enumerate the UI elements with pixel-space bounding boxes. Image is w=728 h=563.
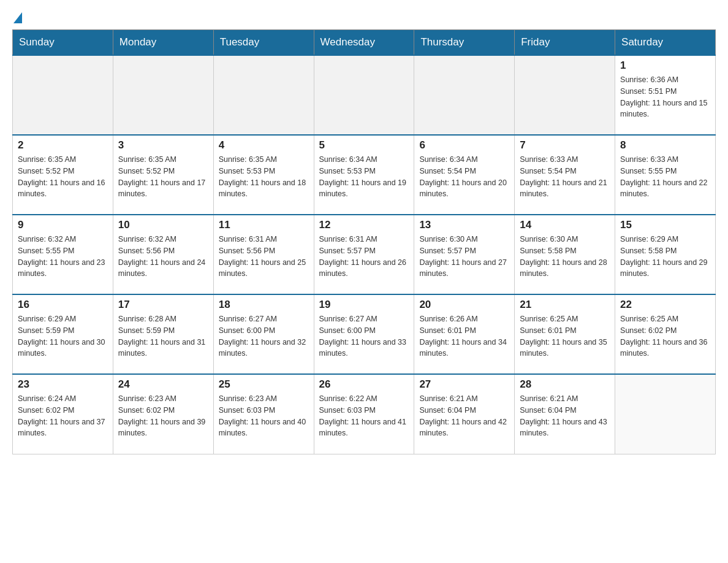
- day-number: 15: [620, 219, 710, 231]
- day-info: Sunrise: 6:32 AM Sunset: 5:55 PM Dayligh…: [18, 234, 108, 280]
- calendar-cell: 5Sunrise: 6:34 AM Sunset: 5:53 PM Daylig…: [314, 135, 414, 215]
- calendar-cell: 7Sunrise: 6:33 AM Sunset: 5:54 PM Daylig…: [515, 135, 615, 215]
- day-number: 5: [319, 139, 409, 151]
- weekday-header-monday: Monday: [113, 30, 213, 56]
- day-number: 28: [520, 378, 610, 391]
- calendar-cell: [414, 55, 515, 135]
- day-info: Sunrise: 6:21 AM Sunset: 6:04 PM Dayligh…: [520, 393, 610, 439]
- calendar-cell: 20Sunrise: 6:26 AM Sunset: 6:01 PM Dayli…: [414, 294, 515, 374]
- day-number: 13: [419, 219, 509, 231]
- calendar-cell: 23Sunrise: 6:24 AM Sunset: 6:02 PM Dayli…: [13, 374, 113, 454]
- day-info: Sunrise: 6:24 AM Sunset: 6:02 PM Dayligh…: [18, 393, 108, 439]
- day-info: Sunrise: 6:26 AM Sunset: 6:01 PM Dayligh…: [419, 313, 509, 359]
- day-number: 4: [219, 139, 309, 151]
- calendar-cell: 28Sunrise: 6:21 AM Sunset: 6:04 PM Dayli…: [515, 374, 615, 454]
- calendar-cell: [13, 55, 113, 135]
- day-number: 12: [319, 219, 409, 231]
- day-info: Sunrise: 6:35 AM Sunset: 5:52 PM Dayligh…: [18, 154, 108, 200]
- day-info: Sunrise: 6:25 AM Sunset: 6:02 PM Dayligh…: [620, 313, 710, 359]
- weekday-header-wednesday: Wednesday: [314, 30, 414, 56]
- calendar-week-row: 1Sunrise: 6:36 AM Sunset: 5:51 PM Daylig…: [13, 55, 716, 135]
- calendar-cell: 15Sunrise: 6:29 AM Sunset: 5:58 PM Dayli…: [615, 215, 716, 294]
- calendar-cell: 22Sunrise: 6:25 AM Sunset: 6:02 PM Dayli…: [615, 294, 716, 374]
- calendar-cell: 24Sunrise: 6:23 AM Sunset: 6:02 PM Dayli…: [113, 374, 213, 454]
- calendar-header-row: SundayMondayTuesdayWednesdayThursdayFrid…: [13, 30, 716, 56]
- calendar-cell: 11Sunrise: 6:31 AM Sunset: 5:56 PM Dayli…: [213, 215, 314, 294]
- calendar-week-row: 23Sunrise: 6:24 AM Sunset: 6:02 PM Dayli…: [13, 374, 716, 454]
- day-info: Sunrise: 6:35 AM Sunset: 5:52 PM Dayligh…: [118, 154, 208, 200]
- day-info: Sunrise: 6:29 AM Sunset: 5:58 PM Dayligh…: [620, 234, 710, 280]
- day-number: 3: [118, 139, 208, 151]
- weekday-header-thursday: Thursday: [414, 30, 515, 56]
- calendar-cell: 16Sunrise: 6:29 AM Sunset: 5:59 PM Dayli…: [13, 294, 113, 374]
- day-number: 23: [18, 378, 108, 391]
- day-info: Sunrise: 6:36 AM Sunset: 5:51 PM Dayligh…: [620, 74, 710, 120]
- weekday-header-saturday: Saturday: [615, 30, 716, 56]
- calendar-cell: 6Sunrise: 6:34 AM Sunset: 5:54 PM Daylig…: [414, 135, 515, 215]
- day-number: 14: [520, 219, 610, 231]
- day-number: 18: [219, 299, 309, 311]
- day-info: Sunrise: 6:31 AM Sunset: 5:56 PM Dayligh…: [219, 234, 309, 280]
- day-number: 26: [319, 378, 409, 391]
- day-info: Sunrise: 6:21 AM Sunset: 6:04 PM Dayligh…: [419, 393, 509, 439]
- day-info: Sunrise: 6:25 AM Sunset: 6:01 PM Dayligh…: [520, 313, 610, 359]
- calendar-cell: 17Sunrise: 6:28 AM Sunset: 5:59 PM Dayli…: [113, 294, 213, 374]
- calendar-cell: [515, 55, 615, 135]
- day-info: Sunrise: 6:23 AM Sunset: 6:02 PM Dayligh…: [118, 393, 208, 439]
- day-number: 11: [219, 219, 309, 231]
- calendar-cell: 25Sunrise: 6:23 AM Sunset: 6:03 PM Dayli…: [213, 374, 314, 454]
- calendar-cell: 19Sunrise: 6:27 AM Sunset: 6:00 PM Dayli…: [314, 294, 414, 374]
- day-info: Sunrise: 6:29 AM Sunset: 5:59 PM Dayligh…: [18, 313, 108, 359]
- calendar-cell: 1Sunrise: 6:36 AM Sunset: 5:51 PM Daylig…: [615, 55, 716, 135]
- calendar-cell: 13Sunrise: 6:30 AM Sunset: 5:57 PM Dayli…: [414, 215, 515, 294]
- day-number: 9: [18, 219, 108, 231]
- day-number: 22: [620, 299, 710, 311]
- calendar-cell: [314, 55, 414, 135]
- calendar-cell: 3Sunrise: 6:35 AM Sunset: 5:52 PM Daylig…: [113, 135, 213, 215]
- day-number: 27: [419, 378, 509, 391]
- day-number: 25: [219, 378, 309, 391]
- calendar-cell: 10Sunrise: 6:32 AM Sunset: 5:56 PM Dayli…: [113, 215, 213, 294]
- day-info: Sunrise: 6:35 AM Sunset: 5:53 PM Dayligh…: [219, 154, 309, 200]
- day-number: 8: [620, 139, 710, 151]
- day-info: Sunrise: 6:30 AM Sunset: 5:58 PM Dayligh…: [520, 234, 610, 280]
- calendar-cell: 21Sunrise: 6:25 AM Sunset: 6:01 PM Dayli…: [515, 294, 615, 374]
- day-info: Sunrise: 6:28 AM Sunset: 5:59 PM Dayligh…: [118, 313, 208, 359]
- calendar-cell: [615, 374, 716, 454]
- logo-triangle-icon: [13, 12, 22, 23]
- day-info: Sunrise: 6:34 AM Sunset: 5:54 PM Dayligh…: [419, 154, 509, 200]
- calendar-cell: 14Sunrise: 6:30 AM Sunset: 5:58 PM Dayli…: [515, 215, 615, 294]
- page-header: [12, 12, 716, 23]
- day-number: 2: [18, 139, 108, 151]
- day-number: 19: [319, 299, 409, 311]
- calendar-cell: [213, 55, 314, 135]
- calendar-week-row: 16Sunrise: 6:29 AM Sunset: 5:59 PM Dayli…: [13, 294, 716, 374]
- day-info: Sunrise: 6:33 AM Sunset: 5:54 PM Dayligh…: [520, 154, 610, 200]
- calendar-cell: 8Sunrise: 6:33 AM Sunset: 5:55 PM Daylig…: [615, 135, 716, 215]
- logo: [12, 12, 22, 23]
- day-number: 10: [118, 219, 208, 231]
- day-number: 6: [419, 139, 509, 151]
- calendar-cell: 12Sunrise: 6:31 AM Sunset: 5:57 PM Dayli…: [314, 215, 414, 294]
- calendar-cell: 26Sunrise: 6:22 AM Sunset: 6:03 PM Dayli…: [314, 374, 414, 454]
- weekday-header-sunday: Sunday: [13, 30, 113, 56]
- weekday-header-tuesday: Tuesday: [213, 30, 314, 56]
- day-info: Sunrise: 6:27 AM Sunset: 6:00 PM Dayligh…: [219, 313, 309, 359]
- calendar-week-row: 2Sunrise: 6:35 AM Sunset: 5:52 PM Daylig…: [13, 135, 716, 215]
- day-number: 21: [520, 299, 610, 311]
- day-number: 1: [620, 59, 710, 72]
- calendar-cell: 2Sunrise: 6:35 AM Sunset: 5:52 PM Daylig…: [13, 135, 113, 215]
- day-info: Sunrise: 6:27 AM Sunset: 6:00 PM Dayligh…: [319, 313, 409, 359]
- day-number: 17: [118, 299, 208, 311]
- day-number: 24: [118, 378, 208, 391]
- calendar-week-row: 9Sunrise: 6:32 AM Sunset: 5:55 PM Daylig…: [13, 215, 716, 294]
- day-info: Sunrise: 6:34 AM Sunset: 5:53 PM Dayligh…: [319, 154, 409, 200]
- day-info: Sunrise: 6:22 AM Sunset: 6:03 PM Dayligh…: [319, 393, 409, 439]
- day-info: Sunrise: 6:23 AM Sunset: 6:03 PM Dayligh…: [219, 393, 309, 439]
- day-info: Sunrise: 6:30 AM Sunset: 5:57 PM Dayligh…: [419, 234, 509, 280]
- calendar-cell: 18Sunrise: 6:27 AM Sunset: 6:00 PM Dayli…: [213, 294, 314, 374]
- calendar-table: SundayMondayTuesdayWednesdayThursdayFrid…: [12, 29, 716, 454]
- day-number: 20: [419, 299, 509, 311]
- weekday-header-friday: Friday: [515, 30, 615, 56]
- day-info: Sunrise: 6:33 AM Sunset: 5:55 PM Dayligh…: [620, 154, 710, 200]
